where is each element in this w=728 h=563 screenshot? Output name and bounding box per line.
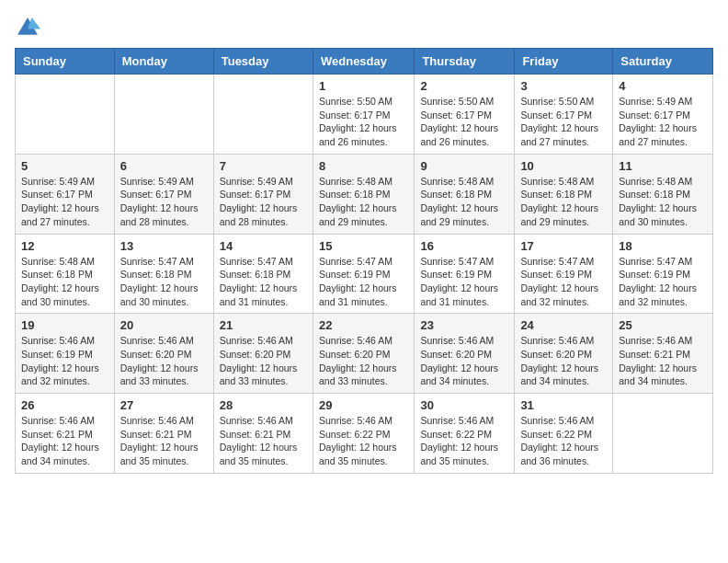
week-row-2: 12Sunrise: 5:48 AM Sunset: 6:18 PM Dayli… [16, 234, 713, 314]
day-info: Sunrise: 5:49 AM Sunset: 6:17 PM Dayligh… [21, 175, 108, 229]
day-info: Sunrise: 5:47 AM Sunset: 6:19 PM Dayligh… [619, 255, 707, 309]
day-number: 24 [520, 318, 607, 332]
day-info: Sunrise: 5:46 AM Sunset: 6:20 PM Dayligh… [520, 334, 607, 388]
calendar-cell: 28Sunrise: 5:46 AM Sunset: 6:21 PM Dayli… [213, 394, 313, 474]
calendar-cell: 10Sunrise: 5:48 AM Sunset: 6:18 PM Dayli… [515, 154, 613, 234]
day-info: Sunrise: 5:49 AM Sunset: 6:17 PM Dayligh… [220, 175, 307, 229]
calendar-cell: 7Sunrise: 5:49 AM Sunset: 6:17 PM Daylig… [213, 154, 313, 234]
day-info: Sunrise: 5:48 AM Sunset: 6:18 PM Dayligh… [319, 175, 408, 229]
calendar-cell: 15Sunrise: 5:47 AM Sunset: 6:19 PM Dayli… [313, 234, 414, 314]
header-friday: Friday [515, 49, 613, 75]
day-info: Sunrise: 5:46 AM Sunset: 6:22 PM Dayligh… [319, 414, 408, 468]
header-tuesday: Tuesday [213, 49, 313, 75]
calendar-cell: 25Sunrise: 5:46 AM Sunset: 6:21 PM Dayli… [613, 314, 713, 394]
day-info: Sunrise: 5:47 AM Sunset: 6:19 PM Dayligh… [420, 255, 508, 309]
day-info: Sunrise: 5:50 AM Sunset: 6:17 PM Dayligh… [420, 95, 508, 149]
day-number: 8 [319, 159, 408, 173]
header-saturday: Saturday [613, 49, 713, 75]
day-number: 2 [420, 79, 508, 93]
calendar-cell: 17Sunrise: 5:47 AM Sunset: 6:19 PM Dayli… [515, 234, 613, 314]
calendar-cell: 14Sunrise: 5:47 AM Sunset: 6:18 PM Dayli… [213, 234, 313, 314]
calendar-body: 1Sunrise: 5:50 AM Sunset: 6:17 PM Daylig… [16, 75, 713, 474]
calendar-cell: 11Sunrise: 5:48 AM Sunset: 6:18 PM Dayli… [613, 154, 713, 234]
day-number: 12 [21, 239, 108, 253]
week-row-3: 19Sunrise: 5:46 AM Sunset: 6:19 PM Dayli… [16, 314, 713, 394]
calendar-cell: 3Sunrise: 5:50 AM Sunset: 6:17 PM Daylig… [515, 75, 613, 155]
day-info: Sunrise: 5:46 AM Sunset: 6:20 PM Dayligh… [120, 334, 208, 388]
day-number: 14 [220, 239, 307, 253]
calendar-cell: 6Sunrise: 5:49 AM Sunset: 6:17 PM Daylig… [114, 154, 213, 234]
calendar-cell: 12Sunrise: 5:48 AM Sunset: 6:18 PM Dayli… [16, 234, 115, 314]
calendar-cell: 18Sunrise: 5:47 AM Sunset: 6:19 PM Dayli… [613, 234, 713, 314]
calendar-cell: 8Sunrise: 5:48 AM Sunset: 6:18 PM Daylig… [313, 154, 414, 234]
day-number: 22 [319, 318, 408, 332]
calendar-cell: 13Sunrise: 5:47 AM Sunset: 6:18 PM Dayli… [114, 234, 213, 314]
day-number: 4 [619, 79, 707, 93]
calendar-cell: 1Sunrise: 5:50 AM Sunset: 6:17 PM Daylig… [313, 75, 414, 155]
day-number: 5 [21, 159, 108, 173]
day-info: Sunrise: 5:48 AM Sunset: 6:18 PM Dayligh… [420, 175, 508, 229]
day-info: Sunrise: 5:46 AM Sunset: 6:19 PM Dayligh… [21, 334, 108, 388]
day-number: 6 [120, 159, 208, 173]
day-number: 9 [420, 159, 508, 173]
day-info: Sunrise: 5:48 AM Sunset: 6:18 PM Dayligh… [520, 175, 607, 229]
calendar-cell: 29Sunrise: 5:46 AM Sunset: 6:22 PM Dayli… [313, 394, 414, 474]
header-row: SundayMondayTuesdayWednesdayThursdayFrid… [16, 49, 713, 75]
calendar-cell: 22Sunrise: 5:46 AM Sunset: 6:20 PM Dayli… [313, 314, 414, 394]
week-row-4: 26Sunrise: 5:46 AM Sunset: 6:21 PM Dayli… [16, 394, 713, 474]
day-info: Sunrise: 5:47 AM Sunset: 6:18 PM Dayligh… [220, 255, 307, 309]
day-number: 23 [420, 318, 508, 332]
day-info: Sunrise: 5:46 AM Sunset: 6:20 PM Dayligh… [420, 334, 508, 388]
calendar-cell: 2Sunrise: 5:50 AM Sunset: 6:17 PM Daylig… [415, 75, 515, 155]
calendar-cell [114, 75, 213, 155]
day-number: 31 [520, 398, 607, 412]
day-number: 21 [220, 318, 307, 332]
calendar-cell: 23Sunrise: 5:46 AM Sunset: 6:20 PM Dayli… [415, 314, 515, 394]
day-number: 1 [319, 79, 408, 93]
day-info: Sunrise: 5:47 AM Sunset: 6:19 PM Dayligh… [319, 255, 408, 309]
logo [15, 15, 44, 40]
calendar-table: SundayMondayTuesdayWednesdayThursdayFrid… [15, 48, 713, 474]
day-number: 29 [319, 398, 408, 412]
day-info: Sunrise: 5:49 AM Sunset: 6:17 PM Dayligh… [120, 175, 208, 229]
week-row-1: 5Sunrise: 5:49 AM Sunset: 6:17 PM Daylig… [16, 154, 713, 234]
day-info: Sunrise: 5:48 AM Sunset: 6:18 PM Dayligh… [619, 175, 707, 229]
day-number: 19 [21, 318, 108, 332]
page-header [15, 15, 713, 40]
calendar-cell [16, 75, 115, 155]
day-info: Sunrise: 5:47 AM Sunset: 6:19 PM Dayligh… [520, 255, 607, 309]
day-info: Sunrise: 5:46 AM Sunset: 6:22 PM Dayligh… [420, 414, 508, 468]
day-info: Sunrise: 5:46 AM Sunset: 6:20 PM Dayligh… [319, 334, 408, 388]
calendar-cell: 20Sunrise: 5:46 AM Sunset: 6:20 PM Dayli… [114, 314, 213, 394]
calendar-cell: 30Sunrise: 5:46 AM Sunset: 6:22 PM Dayli… [415, 394, 515, 474]
calendar-cell [213, 75, 313, 155]
calendar-cell: 9Sunrise: 5:48 AM Sunset: 6:18 PM Daylig… [415, 154, 515, 234]
day-info: Sunrise: 5:46 AM Sunset: 6:21 PM Dayligh… [220, 414, 307, 468]
day-info: Sunrise: 5:49 AM Sunset: 6:17 PM Dayligh… [619, 95, 707, 149]
calendar-cell: 26Sunrise: 5:46 AM Sunset: 6:21 PM Dayli… [16, 394, 115, 474]
day-number: 30 [420, 398, 508, 412]
calendar-cell: 5Sunrise: 5:49 AM Sunset: 6:17 PM Daylig… [16, 154, 115, 234]
day-info: Sunrise: 5:46 AM Sunset: 6:21 PM Dayligh… [120, 414, 208, 468]
day-number: 25 [619, 318, 707, 332]
calendar-cell: 16Sunrise: 5:47 AM Sunset: 6:19 PM Dayli… [415, 234, 515, 314]
day-info: Sunrise: 5:48 AM Sunset: 6:18 PM Dayligh… [21, 255, 108, 309]
calendar-header: SundayMondayTuesdayWednesdayThursdayFrid… [16, 49, 713, 75]
calendar-cell [613, 394, 713, 474]
day-number: 27 [120, 398, 208, 412]
calendar-cell: 31Sunrise: 5:46 AM Sunset: 6:22 PM Dayli… [515, 394, 613, 474]
day-number: 13 [120, 239, 208, 253]
day-info: Sunrise: 5:46 AM Sunset: 6:21 PM Dayligh… [619, 334, 707, 388]
day-number: 15 [319, 239, 408, 253]
day-info: Sunrise: 5:47 AM Sunset: 6:18 PM Dayligh… [120, 255, 208, 309]
calendar-cell: 21Sunrise: 5:46 AM Sunset: 6:20 PM Dayli… [213, 314, 313, 394]
calendar-cell: 24Sunrise: 5:46 AM Sunset: 6:20 PM Dayli… [515, 314, 613, 394]
day-number: 17 [520, 239, 607, 253]
day-number: 11 [619, 159, 707, 173]
day-number: 7 [220, 159, 307, 173]
header-monday: Monday [114, 49, 213, 75]
day-info: Sunrise: 5:46 AM Sunset: 6:21 PM Dayligh… [21, 414, 108, 468]
calendar-cell: 19Sunrise: 5:46 AM Sunset: 6:19 PM Dayli… [16, 314, 115, 394]
header-thursday: Thursday [415, 49, 515, 75]
header-wednesday: Wednesday [313, 49, 414, 75]
